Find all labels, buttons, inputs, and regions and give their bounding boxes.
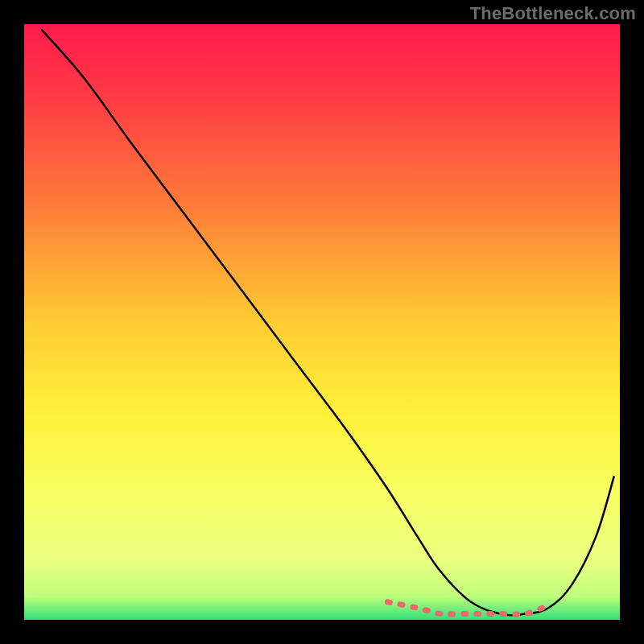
chart-container: TheBottleneck.com	[0, 0, 644, 644]
watermark-label: TheBottleneck.com	[470, 3, 636, 24]
plot-gradient-bg	[24, 24, 620, 620]
bottleneck-chart	[0, 0, 644, 644]
